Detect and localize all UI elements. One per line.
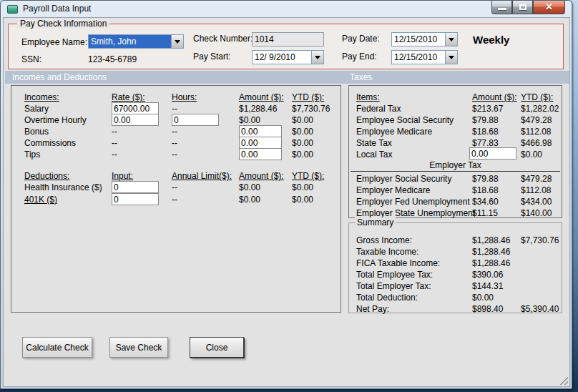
tax-items-col-header: Items: bbox=[356, 92, 380, 103]
salary-rate-input[interactable] bbox=[112, 102, 159, 114]
pay-date-dropdown-button[interactable] bbox=[445, 33, 457, 46]
local-tax-input[interactable] bbox=[469, 147, 516, 160]
commissions-hours: -- bbox=[172, 137, 177, 149]
401k-input[interactable] bbox=[112, 193, 159, 205]
commissions-amount-input[interactable] bbox=[239, 137, 282, 149]
salary-hours: -- bbox=[172, 103, 177, 114]
state-tax-ytd: $466.98 bbox=[521, 137, 552, 149]
summary-group: Summary Gross Income: $1,288.46 $7,730.7… bbox=[348, 222, 562, 313]
close-icon: ✕ bbox=[534, 1, 564, 12]
tax-row-label: Employer Social Security bbox=[356, 173, 451, 185]
annual-limit-col-header: Annual Limit($): bbox=[172, 170, 232, 182]
bonus-rate: -- bbox=[112, 126, 117, 137]
pay-start-dropdown-button[interactable] bbox=[311, 51, 323, 64]
summary-group-label: Summary bbox=[355, 217, 396, 227]
pay-start-value: 12/ 9/2010 bbox=[253, 51, 311, 64]
overtime-amount: $0.00 bbox=[239, 114, 260, 126]
chevron-down-icon bbox=[449, 56, 454, 59]
health-insurance-ytd: $0.00 bbox=[292, 182, 313, 193]
pay-start-select[interactable]: 12/ 9/2010 bbox=[252, 50, 324, 64]
tax-row-label: State Tax bbox=[356, 137, 392, 149]
tax-row-label: Employee Medicare bbox=[356, 126, 432, 137]
pay-end-dropdown-button[interactable] bbox=[445, 51, 457, 64]
total-employee-tax-amount: $390.06 bbox=[472, 269, 503, 280]
fica-taxable-amount: $1,288.46 bbox=[472, 258, 510, 269]
summary-row-label: Gross Income: bbox=[356, 235, 412, 246]
bonus-ytd: $0.00 bbox=[292, 126, 313, 137]
chevron-down-icon bbox=[449, 38, 454, 41]
resize-grip[interactable] bbox=[558, 375, 568, 385]
pay-date-select[interactable]: 12/15/2010 bbox=[391, 32, 458, 46]
federal-tax-ytd: $1,282.02 bbox=[521, 103, 559, 114]
employee-ss-amount: $79.88 bbox=[472, 114, 499, 126]
employer-tax-section-label: Employer Tax bbox=[349, 160, 562, 171]
income-row-label: Salary bbox=[24, 103, 49, 114]
employer-tax-divider bbox=[351, 171, 560, 172]
close-window-button[interactable]: ✕ bbox=[533, 1, 565, 14]
tips-amount-input[interactable] bbox=[239, 148, 282, 160]
employer-state-unemp-amount: $11.15 bbox=[472, 207, 498, 219]
gross-income-amount: $1,288.46 bbox=[472, 235, 510, 246]
incomes-deductions-panel: Incomes: Rate ($): Hours: Amount ($): YT… bbox=[11, 85, 341, 313]
pay-date-value: 12/15/2010 bbox=[392, 33, 445, 46]
employer-medicare-amount: $18.68 bbox=[472, 185, 499, 196]
employee-ss-ytd: $479.28 bbox=[521, 114, 552, 126]
payroll-window: Payroll Data Input ✕ Pay Check Informati… bbox=[0, 0, 572, 389]
net-pay-amount: $898.40 bbox=[472, 303, 503, 315]
gross-income-ytd: $7,730.76 bbox=[521, 235, 559, 246]
summary-row-label: Taxable Income: bbox=[356, 246, 418, 258]
employee-name-dropdown-button[interactable] bbox=[171, 35, 183, 48]
input-col-header: Input: bbox=[112, 170, 133, 182]
local-tax-ytd: $0.00 bbox=[521, 149, 542, 160]
deduction-row-label-401k: 401K ($) bbox=[24, 194, 57, 205]
window-title: Payroll Data Input bbox=[23, 4, 91, 14]
desktop: Payroll Data Input ✕ Pay Check Informati… bbox=[0, 0, 578, 392]
ssn-label: SSN: bbox=[21, 54, 41, 64]
bonus-amount-input[interactable] bbox=[239, 125, 282, 137]
ytd-col-header: YTD ($): bbox=[292, 170, 324, 182]
overtime-ytd: $0.00 bbox=[292, 114, 313, 126]
employee-name-value: Smith, John bbox=[89, 35, 171, 48]
check-number-input[interactable] bbox=[252, 32, 324, 46]
income-row-label: Commissions bbox=[24, 137, 76, 149]
tax-row-label: Local Tax bbox=[356, 149, 392, 160]
summary-row-label: Net Pay: bbox=[356, 303, 389, 315]
summary-row-label: Total Employer Tax: bbox=[356, 280, 431, 292]
maximize-icon bbox=[519, 4, 526, 10]
taxable-income-amount: $1,288.46 bbox=[472, 246, 510, 258]
net-pay-ytd: $5,390.40 bbox=[521, 303, 559, 315]
salary-amount: $1,288.46 bbox=[239, 103, 277, 114]
employee-name-select[interactable]: Smith, John bbox=[88, 34, 184, 49]
close-button[interactable]: Close bbox=[190, 337, 244, 358]
calculate-check-button[interactable]: Calculate Check bbox=[22, 337, 92, 358]
401k-ytd: $0.00 bbox=[292, 194, 313, 205]
employee-medicare-amount: $18.68 bbox=[472, 126, 499, 137]
employer-fed-unemp-amount: $34.60 bbox=[472, 196, 499, 207]
title-bar[interactable]: Payroll Data Input ✕ bbox=[1, 1, 572, 17]
dialog-client-area: Pay Check Information Employee Name: Smi… bbox=[3, 17, 570, 387]
minimize-button[interactable] bbox=[491, 1, 512, 14]
save-check-button[interactable]: Save Check bbox=[109, 337, 168, 358]
employer-ss-ytd: $479.28 bbox=[521, 173, 552, 185]
pay-end-value: 12/15/2010 bbox=[392, 51, 445, 64]
maximize-button[interactable] bbox=[512, 1, 533, 14]
overtime-rate-input[interactable] bbox=[112, 114, 159, 126]
amount-col-header: Amount ($): bbox=[239, 92, 284, 103]
chevron-down-icon bbox=[315, 56, 320, 59]
tax-amount-col-header: Amount ($): bbox=[472, 92, 517, 103]
employee-medicare-ytd: $112.08 bbox=[521, 126, 552, 137]
total-deduction-amount: $0.00 bbox=[472, 292, 494, 303]
pay-end-select[interactable]: 12/15/2010 bbox=[391, 50, 458, 64]
section-header-bar: Incomes and Deductions Taxes bbox=[5, 71, 569, 84]
salary-ytd: $7,730.76 bbox=[292, 103, 330, 114]
tips-hours: -- bbox=[172, 149, 177, 160]
income-row-label: Bonus bbox=[24, 126, 49, 137]
health-insurance-input[interactable] bbox=[112, 181, 159, 193]
overtime-hours-input[interactable] bbox=[172, 114, 219, 126]
summary-row-label: FICA Taxable Income: bbox=[356, 258, 440, 269]
income-row-label: Tips bbox=[24, 149, 40, 160]
tax-row-label: Employer Medicare bbox=[356, 185, 430, 196]
deductions-col-header: Deductions: bbox=[24, 170, 69, 182]
incomes-deductions-header: Incomes and Deductions bbox=[12, 71, 107, 84]
taxes-header: Taxes bbox=[350, 71, 372, 84]
